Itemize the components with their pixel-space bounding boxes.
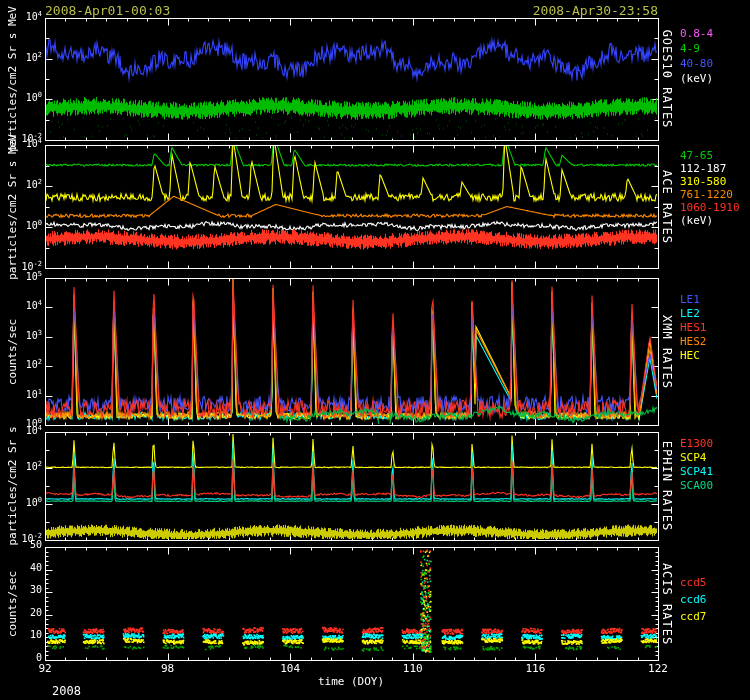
radiation-monitor-plot: 2008-Apr01-00:03 2008-Apr30-23:58 time (… [0,0,750,700]
y-tick-label: 10 [0,630,42,640]
x-tick-label: 98 [153,663,183,674]
legend-hes1: HES1 [680,322,707,333]
x-tick-label: 92 [30,663,60,674]
y-tick-label: 103 [0,330,42,341]
legend-310-580: 310-580 [680,176,726,187]
x-axis-title: time (DOY) [318,675,384,688]
legend-sca00: SCA00 [680,480,713,491]
y-axis-title-xmm-rates: counts/sec [7,318,18,384]
legend-47-65: 47-65 [680,150,713,161]
legend-0-8-4: 0.8-4 [680,28,713,39]
y-tick-label: 102 [0,359,42,370]
y-tick-label: 50 [0,540,42,550]
legend-scp41: SCP41 [680,466,713,477]
y-tick-label: 104 [0,425,42,436]
x-axis-year: 2008 [52,684,81,698]
panel-title-goes10-rates: GOES10 RATES [661,30,673,129]
legend-scp4: SCP4 [680,452,707,463]
y-tick-label: 101 [0,389,42,400]
legend-hes2: HES2 [680,336,707,347]
legend-40-80: 40-80 [680,58,713,69]
x-tick-label: 110 [398,663,428,674]
y-tick-label: 102 [0,179,42,190]
legend-ccd6: ccd6 [680,594,707,605]
y-tick-label: 105 [0,271,42,282]
y-tick-label: 0 [0,653,42,663]
y-axis-title-ephin-rates: particles/cm2 Sr s [7,426,18,545]
plot-canvas [0,0,750,700]
x-tick-label: 104 [275,663,305,674]
legend-761-1220: 761-1220 [680,189,733,200]
legend-4-9: 4-9 [680,43,700,54]
y-axis-title-acis-rates: counts/sec [7,570,18,636]
y-tick-label: 100 [0,92,42,103]
y-tick-label: 102 [0,52,42,63]
legend-1060-1910: 1060-1910 [680,202,740,213]
legend-kev: (keV) [680,73,713,84]
legend-le2: LE2 [680,308,700,319]
y-axis-title-goes10-rates: particles/cm2 Sr s MeV [7,6,18,152]
legend-le1: LE1 [680,294,700,305]
legend-ccd7: ccd7 [680,611,707,622]
y-tick-label: 30 [0,585,42,595]
y-tick-label: 104 [0,11,42,22]
y-tick-label: 104 [0,300,42,311]
panel-title-xmm-rates: XMM RATES [661,314,673,388]
y-tick-label: 102 [0,461,42,472]
start-datetime: 2008-Apr01-00:03 [45,3,170,18]
x-tick-label: 116 [520,663,550,674]
end-datetime: 2008-Apr30-23:58 [533,3,658,18]
y-tick-label: 100 [0,220,42,231]
panel-title-ephin-rates: EPHIN RATES [661,441,673,531]
y-tick-label: 20 [0,608,42,618]
panel-title-ace-rates: ACE RATES [661,169,673,243]
y-tick-label: 100 [0,497,42,508]
legend-hec: HEC [680,350,700,361]
y-tick-label: 40 [0,563,42,573]
legend-112-187: 112-187 [680,163,726,174]
legend-e1300: E1300 [680,438,713,449]
legend-kev: (keV) [680,215,713,226]
legend-ccd5: ccd5 [680,577,707,588]
y-tick-label: 104 [0,138,42,149]
panel-title-acis-rates: ACIS RATES [661,562,673,644]
x-tick-label: 122 [643,663,673,674]
y-axis-title-ace-rates: particles/cm2 Sr s MeV [7,134,18,280]
